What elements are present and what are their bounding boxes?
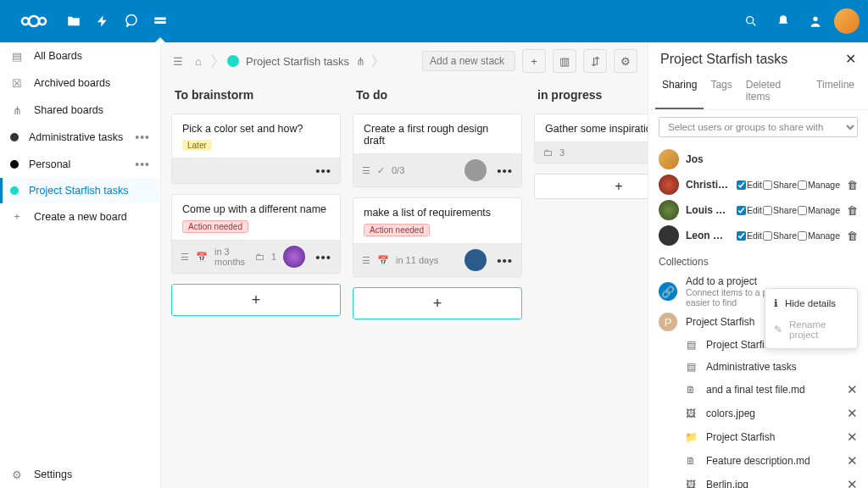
archive-toggle-button[interactable]: ▥ — [553, 49, 576, 73]
project-badge-icon: P — [659, 313, 677, 331]
nextcloud-logo[interactable] — [8, 13, 59, 30]
add-stack-input[interactable] — [422, 51, 515, 71]
rename-project-menuitem[interactable]: ✎Rename project — [765, 314, 857, 345]
board-color-dot — [10, 133, 19, 141]
card[interactable]: Gather some inspirational r… 🗀3 — [534, 114, 648, 164]
all-boards-nav[interactable]: ▤All Boards — [0, 42, 160, 69]
contacts-icon[interactable] — [802, 8, 829, 35]
perm-edit[interactable]: Edit — [737, 205, 762, 215]
add-card-button[interactable]: + — [171, 284, 341, 316]
close-icon[interactable]: ✕ — [845, 51, 856, 67]
remove-icon[interactable]: ✕ — [847, 477, 858, 488]
files-nav-icon[interactable] — [59, 0, 88, 42]
deck-nav-icon[interactable] — [146, 0, 175, 42]
perm-share[interactable]: Share — [763, 205, 797, 215]
deck-icon: ▤ — [684, 360, 698, 374]
search-icon[interactable] — [737, 8, 765, 35]
card-label: Action needed — [182, 220, 248, 233]
remove-icon[interactable]: ✕ — [847, 430, 858, 445]
perm-share[interactable]: Share — [763, 230, 797, 241]
assignee-avatar[interactable] — [465, 159, 487, 181]
breadcrumb-chevron-icon — [372, 53, 381, 69]
home-icon[interactable]: ⌂ — [192, 54, 205, 68]
project-item[interactable]: 🖼Berlin.jpg✕ — [659, 473, 858, 488]
perm-manage[interactable]: Manage — [798, 230, 840, 241]
card[interactable]: Come up with a different name Action nee… — [171, 194, 341, 274]
share-icon[interactable]: ⋔ — [356, 55, 365, 68]
settings-nav[interactable]: ⚙Settings — [0, 461, 160, 488]
item-label: Administrative tasks — [706, 361, 797, 373]
sidebar-board-starfish[interactable]: Project Starfish tasks — [0, 178, 160, 203]
archived-boards-nav[interactable]: ☒Archived boards — [0, 69, 160, 97]
notifications-icon[interactable] — [770, 8, 797, 35]
card[interactable]: Create a first rough design draft ☰ ✓0/3… — [353, 114, 522, 187]
sidebar-board-personal[interactable]: Personal••• — [0, 151, 160, 178]
card-more-icon[interactable]: ••• — [315, 164, 331, 178]
card-more-icon[interactable]: ••• — [497, 253, 513, 268]
hide-details-menuitem[interactable]: ℹHide details — [765, 292, 857, 314]
card-due: in 11 days — [396, 255, 438, 265]
shared-boards-nav[interactable]: ⋔Shared boards — [0, 97, 160, 124]
add-card-button[interactable]: + — [353, 287, 522, 319]
deck-icon: ▤ — [684, 338, 698, 352]
tab-sharing[interactable]: Sharing — [655, 72, 704, 109]
create-board-nav[interactable]: +Create a new board — [0, 203, 160, 230]
activity-nav-icon[interactable] — [88, 0, 117, 42]
card-due: in 3 months — [214, 247, 248, 267]
description-icon: ☰ — [362, 255, 370, 266]
project-item[interactable]: 🖼colors.jpeg✕ — [659, 402, 858, 425]
stack-title[interactable]: To do — [353, 80, 522, 114]
tab-timeline[interactable]: Timeline — [810, 72, 861, 109]
owner-row: Jos — [659, 149, 858, 169]
project-item[interactable]: 📁Project Starfish✕ — [659, 425, 858, 449]
card-title: Create a first rough design draft — [364, 123, 511, 147]
card[interactable]: make a list of requirements Action neede… — [353, 197, 522, 277]
card-more-icon[interactable]: ••• — [315, 250, 331, 264]
remove-icon[interactable]: ✕ — [847, 406, 858, 421]
share-user-row: Christine Scott Edit Share Manage 🗑 — [659, 175, 858, 195]
perm-manage[interactable]: Manage — [798, 205, 840, 215]
checklist-icon: ✓ — [377, 165, 385, 176]
talk-nav-icon[interactable] — [117, 0, 146, 42]
remove-icon[interactable]: ✕ — [847, 382, 858, 397]
board-more-icon[interactable]: ••• — [135, 158, 150, 171]
card-more-icon[interactable]: ••• — [497, 164, 513, 178]
tab-tags[interactable]: Tags — [704, 72, 738, 109]
sidebar-board-admin[interactable]: Administrative tasks••• — [0, 124, 160, 151]
perm-manage[interactable]: Manage — [798, 180, 840, 190]
assignee-avatar[interactable] — [283, 246, 305, 268]
project-item[interactable]: 🗎and a final test file.md✕ — [659, 378, 858, 402]
tab-deleted[interactable]: Deleted items — [739, 72, 810, 109]
stack-title[interactable]: To brainstorm — [171, 80, 341, 114]
svg-rect-5 — [154, 21, 166, 24]
share-with-select[interactable]: Select users or groups to share with — [659, 117, 858, 137]
remove-icon[interactable]: ✕ — [847, 453, 858, 469]
user-avatar[interactable] — [834, 8, 860, 34]
project-item[interactable]: 🗎Feature description.md✕ — [659, 449, 858, 473]
board-settings-button[interactable]: ⚙ — [614, 49, 637, 73]
trash-icon[interactable]: 🗑 — [847, 230, 858, 242]
add-project-title: Add to a project — [686, 275, 858, 287]
image-icon: 🖼 — [684, 478, 698, 488]
add-stack-button[interactable]: + — [522, 49, 546, 73]
plus-icon: + — [10, 210, 24, 224]
trash-icon[interactable]: 🗑 — [847, 204, 858, 217]
board-more-icon[interactable]: ••• — [135, 130, 150, 144]
perm-edit[interactable]: Edit — [737, 230, 762, 241]
stack-title[interactable]: in progress — [534, 80, 648, 114]
add-card-button[interactable]: + — [534, 174, 648, 199]
compact-toggle-button[interactable]: ⇵ — [583, 49, 607, 73]
perm-edit[interactable]: Edit — [737, 180, 762, 190]
project-item[interactable]: ▤Administrative tasks — [659, 356, 858, 378]
description-icon: ☰ — [362, 165, 370, 176]
menu-icon[interactable]: ☰ — [171, 54, 185, 68]
share-user-row: Louis Johnson Edit Share Manage 🗑 — [659, 200, 858, 220]
board-columns: To brainstorm Pick a color set and how? … — [161, 80, 648, 330]
assignee-avatar[interactable] — [465, 249, 487, 271]
image-icon: 🖼 — [684, 407, 698, 420]
file-icon: 🗎 — [684, 454, 698, 468]
card[interactable]: Pick a color set and how? Later ••• — [171, 114, 341, 184]
perm-share[interactable]: Share — [763, 180, 797, 190]
trash-icon[interactable]: 🗑 — [847, 179, 858, 191]
item-label: colors.jpeg — [706, 408, 755, 419]
